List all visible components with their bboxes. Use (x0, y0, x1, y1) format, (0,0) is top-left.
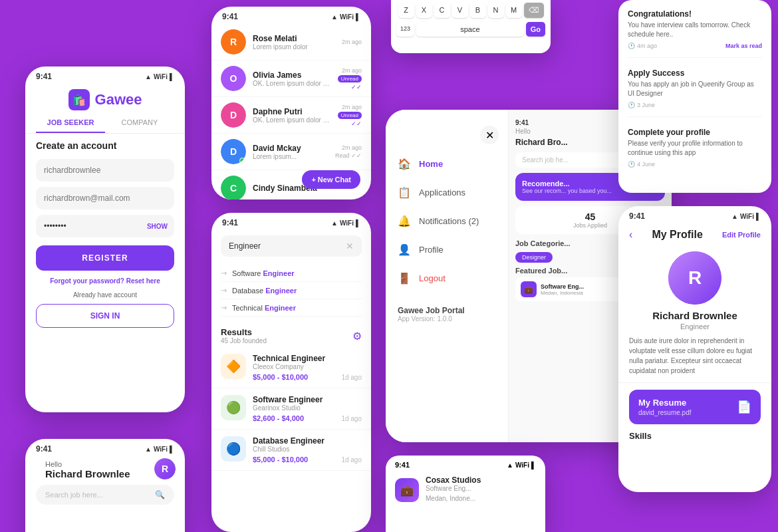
key-123[interactable]: 123 (396, 22, 414, 37)
casax-location: Medan, Indone... (426, 495, 481, 502)
job-logo-gearinox: 🟢 (221, 395, 246, 420)
casax-job-item[interactable]: 💼 Cosax Studios Software Eng... Medan, I… (386, 470, 545, 510)
key-z[interactable]: Z (398, 3, 414, 18)
mark-as-read-button[interactable]: Mark as read (725, 43, 762, 49)
search-value: Engineer (229, 241, 261, 251)
sign-in-button[interactable]: SIGN IN (36, 304, 174, 328)
tab-job-seeker[interactable]: JOB SEEKER (36, 113, 105, 133)
battery-icon: ▌ (170, 73, 174, 80)
home-menu-icon: 🏠 (398, 158, 411, 170)
tab-company[interactable]: COMPANY (105, 113, 174, 133)
notif-footer-apply: 🕐 3 June (628, 102, 762, 108)
suggestion-text-2: Database Engineer (232, 287, 297, 295)
job-logo-chill: 🔵 (221, 436, 246, 462)
sidebar-item-logout[interactable]: 🚪 Logout (386, 264, 508, 293)
job-details-technical: Technical Engineer Cleeox Company $5,000… (253, 354, 362, 381)
key-m[interactable]: M (506, 3, 522, 18)
forgot-password-text: Forgot your password? Reset here (36, 277, 174, 285)
search-input-container[interactable]: Engineer ✕ (221, 235, 362, 257)
key-n[interactable]: N (488, 3, 504, 18)
suggestion-technical-engineer[interactable]: ↗ Technical Engineer (221, 299, 362, 317)
resume-card[interactable]: My Resume david_resume.pdf 📄 (629, 390, 761, 424)
create-account-title: Create an account (36, 140, 174, 151)
sidebar-item-home[interactable]: 🏠 Home (386, 150, 508, 178)
key-b[interactable]: B (470, 3, 486, 18)
partial-bottom-phone: 9:41 ▲ WiFi ▌ 💼 Cosax Studios Software E… (386, 456, 545, 532)
notifications-panel: Congratulations! You have interview call… (618, 0, 771, 193)
clear-search-icon[interactable]: ✕ (346, 241, 354, 251)
profile-menu-label: Profile (419, 245, 444, 255)
chat-info-david: David Mckay Lorem ipsum... (253, 144, 328, 160)
notif-title-profile: Complete your profile (628, 128, 762, 137)
job-company-chill: Chill Studios (253, 446, 362, 453)
partial-status-bar: 9:41 ▲ WiFi ▌ (386, 456, 545, 470)
reset-here-link[interactable]: Reset here (126, 277, 160, 285)
dashboard-time: 9:41 (515, 119, 529, 126)
key-space[interactable]: space (416, 22, 524, 37)
sidebar-item-notifications[interactable]: 🔔 Notifications (2) (386, 207, 508, 235)
home-search-bar[interactable]: Search job here... 🔍 (36, 485, 174, 505)
profile-title: My Profile (652, 229, 702, 241)
category-chip-designer[interactable]: Designer (515, 252, 553, 263)
job-footer-technical: $5,000 - $10,000 1d ago (253, 373, 362, 381)
notif-footer-profile: 🕐 4 June (628, 161, 762, 168)
search-icon: 🔍 (155, 490, 165, 499)
home-status-icons: ▲ WiFi ▌ (145, 446, 174, 453)
filter-icon[interactable]: ⚙ (352, 330, 362, 342)
key-x[interactable]: X (416, 3, 432, 18)
resume-title: My Resume (638, 398, 692, 408)
read-check-daphne: ✓✓ (351, 120, 362, 127)
profile-name: Richard Brownlee (618, 310, 771, 321)
notifications-menu-label: Notifications (2) (419, 216, 479, 226)
suggestion-software-engineer[interactable]: ↗ Software Engineer (221, 265, 362, 282)
new-chat-button[interactable]: + New Chat (302, 170, 360, 189)
results-title: Results (221, 327, 267, 337)
job-details-software: Software Engineer Gearinox Studio $2,600… (253, 395, 362, 422)
chat-msg-daphne: OK. Lorem ipsum dolor sect... (253, 116, 331, 124)
job-card-technical-engineer[interactable]: 🔶 Technical Engineer Cleeox Company $5,0… (211, 347, 371, 388)
casax-company-name: Cosax Studios (426, 475, 481, 485)
notif-body-apply: You has apply an job in Queenify Group a… (628, 80, 762, 98)
job-title-software: Software Engineer (253, 395, 362, 404)
key-delete[interactable]: ⌫ (524, 3, 544, 18)
search-status-time: 9:41 (222, 218, 238, 227)
wifi-icon-profile: WiFi (740, 213, 754, 220)
key-c[interactable]: C (434, 3, 450, 18)
battery-icon-chat: ▌ (356, 13, 360, 21)
home-menu-label: Home (419, 159, 443, 169)
chat-status-bar: 9:41 ▲ WiFi ▌ (211, 7, 371, 24)
show-password-button[interactable]: SHOW (147, 223, 168, 230)
keyboard-phone: Z X C V B N M ⌫ 123 space Go (391, 0, 551, 53)
skills-title: Skills (629, 431, 761, 441)
chat-item-david[interactable]: D David Mckay Lorem ipsum... 2m ago Read… (211, 134, 371, 170)
edit-profile-button[interactable]: Edit Profile (722, 231, 761, 239)
back-button[interactable]: ‹ (629, 229, 632, 241)
chat-item-olivia[interactable]: O Olivia James OK. Lorem ipsum dolor sec… (211, 61, 371, 97)
key-go[interactable]: Go (526, 22, 545, 37)
resume-download-icon[interactable]: 📄 (737, 400, 751, 414)
email-input[interactable] (36, 187, 174, 209)
profile-avatar-wrap: R (618, 251, 771, 305)
sidebar-item-profile[interactable]: 👤 Profile (386, 235, 508, 264)
suggestion-database-engineer[interactable]: ↗ Database Engineer (221, 282, 362, 299)
wifi-icon-chat: WiFi (340, 13, 354, 21)
sidebar-item-applications[interactable]: 📋 Applications (386, 178, 508, 207)
battery-icon-home: ▌ (170, 446, 174, 453)
job-salary-technical: $5,000 - $10,000 (253, 373, 308, 381)
key-v[interactable]: V (452, 3, 468, 18)
avatar-david: D (221, 139, 246, 164)
wifi-icon: WiFi (154, 73, 168, 80)
job-card-software-engineer[interactable]: 🟢 Software Engineer Gearinox Studio $2,6… (211, 388, 371, 430)
job-salary-database: $5,000 - $10,000 (253, 456, 308, 464)
clock-icon-profile: 🕐 (628, 161, 635, 168)
chat-item-rose[interactable]: R Rose Melati Lorem ipsum dolor 2m ago (211, 24, 371, 61)
job-card-database-engineer[interactable]: 🔵 Database Engineer Chill Studios $5,000… (211, 430, 371, 471)
register-button[interactable]: REGISTER (36, 245, 174, 271)
keyboard-bottom-row: 123 space Go (391, 21, 551, 38)
username-input[interactable] (36, 159, 174, 182)
already-account-text: Already have account (36, 291, 174, 299)
close-menu-button[interactable]: ✕ (480, 126, 499, 144)
chat-item-daphne[interactable]: D Daphne Putri OK. Lorem ipsum dolor sec… (211, 97, 371, 134)
suggestion-arrow-icon-2: ↗ (219, 285, 229, 296)
profile-status-bar: 9:41 ▲ WiFi ▌ (618, 206, 771, 223)
